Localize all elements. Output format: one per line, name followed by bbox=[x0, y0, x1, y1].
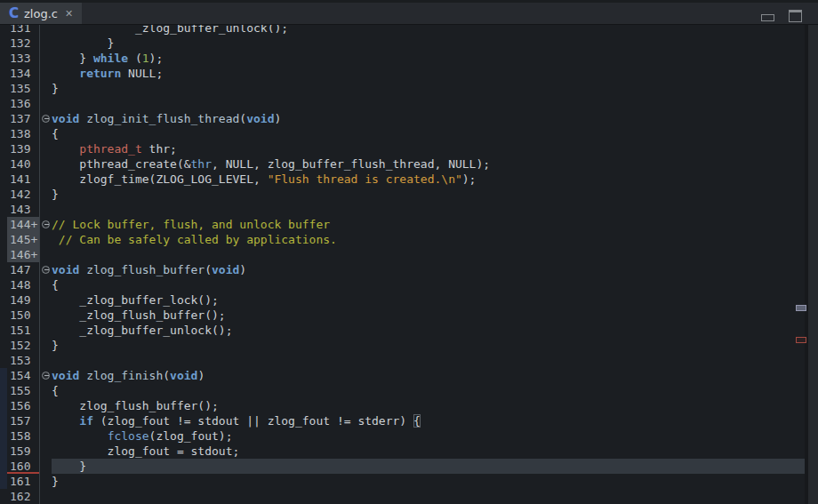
code-line-row[interactable]: 146+ bbox=[0, 247, 805, 262]
line-number[interactable]: 153 bbox=[7, 353, 39, 368]
code-line-row[interactable]: 138{ bbox=[0, 126, 805, 141]
code-line[interactable]: void zlog_init_flush_thread(void) bbox=[52, 111, 805, 126]
line-number[interactable]: 150 bbox=[7, 308, 39, 323]
line-number[interactable]: 145+ bbox=[7, 232, 39, 247]
line-number[interactable]: 162 bbox=[7, 489, 39, 504]
code-line[interactable]: { bbox=[52, 383, 805, 398]
line-number[interactable]: 140 bbox=[7, 156, 39, 172]
code-line-row[interactable]: 132 } bbox=[0, 36, 805, 51]
line-number[interactable]: 141 bbox=[7, 172, 39, 187]
code-editor[interactable]: 131 _zlog_buffer_unlock();132 }133 } whi… bbox=[0, 25, 805, 504]
line-number[interactable]: 142 bbox=[7, 187, 39, 202]
line-number[interactable]: 161 bbox=[7, 474, 39, 489]
line-number[interactable]: 149 bbox=[7, 292, 39, 308]
code-line[interactable] bbox=[52, 247, 805, 262]
line-number[interactable]: 158 bbox=[7, 428, 39, 444]
fold-collapse-icon[interactable] bbox=[42, 266, 50, 274]
line-number[interactable]: 160 bbox=[7, 459, 39, 474]
code-line[interactable]: if (zlog_fout != stdout || zlog_fout != … bbox=[52, 413, 805, 428]
code-line[interactable]: _zlog_buffer_lock(); bbox=[52, 292, 805, 308]
code-line[interactable]: pthread_t thr; bbox=[52, 141, 805, 156]
code-line[interactable]: _zlog_flush_buffer(); bbox=[52, 308, 805, 323]
code-line[interactable]: } bbox=[52, 36, 805, 51]
line-number[interactable]: 136 bbox=[7, 96, 39, 111]
line-number[interactable]: 133 bbox=[7, 51, 39, 66]
code-line-row[interactable]: 139 pthread_t thr; bbox=[0, 141, 805, 156]
code-line-row[interactable]: 148{ bbox=[0, 277, 805, 292]
code-line-row[interactable]: 161} bbox=[0, 474, 805, 489]
code-line-row[interactable]: 160 } bbox=[0, 459, 805, 474]
line-number[interactable]: 134 bbox=[7, 66, 39, 81]
code-line[interactable]: } bbox=[52, 459, 805, 474]
line-number[interactable]: 146+ bbox=[7, 247, 39, 262]
code-line[interactable] bbox=[52, 202, 805, 217]
code-line[interactable]: } bbox=[52, 474, 805, 489]
line-number[interactable]: 139 bbox=[7, 141, 39, 156]
code-line-row[interactable]: 134 return NULL; bbox=[0, 66, 805, 81]
code-line[interactable]: } bbox=[52, 338, 805, 353]
code-line[interactable]: zlogf_time(ZLOG_LOG_LEVEL, "Flush thread… bbox=[52, 172, 805, 187]
code-line[interactable]: zlog_flush_buffer(); bbox=[52, 398, 805, 413]
line-number[interactable]: 132 bbox=[7, 36, 39, 51]
code-line[interactable]: void zlog_flush_buffer(void) bbox=[52, 262, 805, 277]
code-line[interactable]: _zlog_buffer_unlock(); bbox=[52, 25, 805, 36]
fold-collapse-icon[interactable] bbox=[42, 220, 50, 228]
line-number[interactable]: 159 bbox=[7, 444, 39, 459]
code-line[interactable]: } bbox=[52, 187, 805, 202]
overview-ruler[interactable] bbox=[805, 25, 818, 504]
minimize-icon[interactable] bbox=[761, 14, 774, 21]
code-line[interactable]: zlog_fout = stdout; bbox=[52, 444, 805, 459]
code-line-row[interactable]: 154void zlog_finish(void) bbox=[0, 368, 805, 383]
line-number[interactable]: 155 bbox=[7, 383, 39, 398]
code-line[interactable]: // Can be safely called by applications. bbox=[52, 232, 805, 247]
tab-zlog-c[interactable]: C zlog.c ✕ bbox=[0, 3, 82, 24]
code-line[interactable]: } while (1); bbox=[52, 51, 805, 66]
code-line[interactable] bbox=[52, 96, 805, 111]
code-line[interactable]: { bbox=[52, 126, 805, 141]
code-line-row[interactable]: 156 zlog_flush_buffer(); bbox=[0, 398, 805, 413]
tab-close-icon[interactable]: ✕ bbox=[65, 9, 73, 19]
code-line[interactable] bbox=[52, 353, 805, 368]
current-line-marker[interactable] bbox=[796, 337, 806, 343]
code-line-row[interactable]: 162 bbox=[0, 489, 805, 504]
code-line-row[interactable]: 151 _zlog_buffer_unlock(); bbox=[0, 323, 805, 338]
line-number[interactable]: 135 bbox=[7, 81, 39, 96]
line-number[interactable]: 131 bbox=[7, 25, 39, 36]
code-line-row[interactable]: 135} bbox=[0, 81, 805, 96]
line-number[interactable]: 156 bbox=[7, 398, 39, 413]
code-line-row[interactable]: 137void zlog_init_flush_thread(void) bbox=[0, 111, 805, 126]
code-line-row[interactable]: 133 } while (1); bbox=[0, 51, 805, 66]
code-line[interactable]: fclose(zlog_fout); bbox=[52, 428, 805, 444]
line-number[interactable]: 148 bbox=[7, 277, 39, 292]
line-number[interactable]: 147 bbox=[7, 262, 39, 277]
code-line-row[interactable]: 142} bbox=[0, 187, 805, 202]
line-number[interactable]: 143 bbox=[7, 202, 39, 217]
code-line[interactable]: { bbox=[52, 277, 805, 292]
code-line-row[interactable]: 144+// Lock buffer, flush, and unlock bu… bbox=[0, 217, 805, 232]
code-line[interactable]: void zlog_finish(void) bbox=[52, 368, 805, 383]
line-number[interactable]: 144+ bbox=[7, 217, 39, 232]
code-line-row[interactable]: 157 if (zlog_fout != stdout || zlog_fout… bbox=[0, 413, 805, 428]
code-line-row[interactable]: 145+ // Can be safely called by applicat… bbox=[0, 232, 805, 247]
line-number[interactable]: 157 bbox=[7, 413, 39, 428]
code-line-row[interactable]: 153 bbox=[0, 353, 805, 368]
code-line-row[interactable]: 149 _zlog_buffer_lock(); bbox=[0, 292, 805, 308]
code-line[interactable] bbox=[52, 489, 805, 504]
code-line-row[interactable]: 147void zlog_flush_buffer(void) bbox=[0, 262, 805, 277]
fold-collapse-icon[interactable] bbox=[42, 372, 50, 380]
code-line-row[interactable]: 155{ bbox=[0, 383, 805, 398]
code-line-row[interactable]: 152} bbox=[0, 338, 805, 353]
code-line-row[interactable]: 158 fclose(zlog_fout); bbox=[0, 428, 805, 444]
line-number[interactable]: 137 bbox=[7, 111, 39, 126]
code-line[interactable]: } bbox=[52, 81, 805, 96]
fold-collapse-icon[interactable] bbox=[42, 115, 50, 123]
line-number[interactable]: 151 bbox=[7, 323, 39, 338]
code-line[interactable]: pthread_create(&thr, NULL, zlog_buffer_f… bbox=[52, 156, 805, 172]
code-line[interactable]: _zlog_buffer_unlock(); bbox=[52, 323, 805, 338]
code-line-row[interactable]: 150 _zlog_flush_buffer(); bbox=[0, 308, 805, 323]
line-number[interactable]: 154 bbox=[7, 368, 39, 383]
code-line-row[interactable]: 143 bbox=[0, 202, 805, 217]
code-line-row[interactable]: 140 pthread_create(&thr, NULL, zlog_buff… bbox=[0, 156, 805, 172]
code-line[interactable]: // Lock buffer, flush, and unlock buffer bbox=[52, 217, 805, 232]
code-line-row[interactable]: 136 bbox=[0, 96, 805, 111]
